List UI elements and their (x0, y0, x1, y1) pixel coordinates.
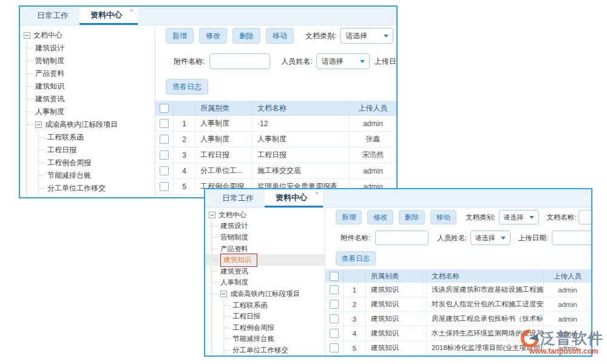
toolbar-row-filters: 附件名称: 人员姓名: 请选择 上传日期: (325, 231, 591, 245)
move-button[interactable]: 移动 (266, 28, 294, 44)
person-name-select[interactable]: 请选择 (470, 231, 510, 245)
tab-daily-work[interactable]: 日常工作 (211, 189, 265, 207)
row-checkbox[interactable] (160, 150, 169, 160)
row-checkbox[interactable] (330, 314, 339, 323)
table-row[interactable]: 3 工程日报 工程日报 宋浩然 (155, 147, 396, 163)
row-checkbox[interactable] (160, 135, 169, 144)
collapse-icon[interactable] (24, 32, 30, 39)
toolbar-row-log: 查看日志 (325, 251, 591, 266)
checkbox-cell (325, 326, 344, 340)
tree-item-label: 人事制度 (35, 107, 64, 117)
tree-item[interactable]: 工程日报 (39, 144, 155, 157)
header-number (344, 269, 366, 283)
tree-item[interactable]: 建筑知识 (27, 80, 155, 93)
attachment-name-input[interactable] (375, 231, 429, 245)
tree-item[interactable]: 分工单位工作移交 (224, 345, 325, 356)
tree-item[interactable]: 节能减排台账 (224, 334, 325, 345)
tree-item[interactable]: 工程例会周报 (224, 322, 325, 334)
checkbox-cell (325, 297, 344, 311)
tree-item[interactable]: 人事制度 (212, 277, 325, 289)
row-checkbox[interactable] (330, 285, 339, 294)
edit-button[interactable]: 修改 (367, 210, 393, 224)
table-row[interactable]: 1 建筑知识 浅谈房屋建筑和市政基础设施工程施... admin (325, 283, 591, 297)
add-button[interactable]: 新增 (166, 28, 194, 44)
tree-item[interactable]: 工程联系函 (39, 131, 155, 144)
delete-button[interactable]: 删除 (232, 28, 260, 44)
tree-item[interactable]: 文档中心 (20, 29, 155, 42)
doc-category-select[interactable]: 请选择 (340, 28, 393, 44)
tree-item[interactable]: 工程日报 (224, 311, 325, 322)
cell-category: 人事制度 (195, 132, 253, 147)
checkbox-cell (325, 269, 344, 283)
checkbox-cell (155, 132, 174, 147)
tree-item[interactable]: 产品资料 (212, 243, 325, 255)
row-checkbox[interactable] (160, 166, 169, 175)
row-checkbox[interactable] (160, 182, 169, 191)
tree-item[interactable]: 营销制度 (27, 55, 155, 67)
cell-uploader: admin (350, 116, 396, 131)
edit-button[interactable]: 修改 (199, 28, 227, 44)
tree-item[interactable]: 产品资料 (27, 67, 155, 80)
cell-category: 建筑知识 (366, 326, 427, 340)
doc-category-select[interactable]: 请选择 (499, 210, 539, 224)
row-number: 4 (344, 326, 366, 340)
tab-daily-work[interactable]: 日常工作 (26, 7, 80, 25)
watermark-url: www.fanpusoft.com (521, 347, 607, 356)
row-checkbox[interactable] (330, 329, 339, 338)
doc-name-input[interactable] (578, 210, 591, 224)
tab-data-center[interactable]: 资料中心 × (80, 7, 138, 25)
tree-item[interactable]: 文档中心 (205, 209, 325, 221)
attachment-name-input[interactable] (209, 53, 270, 69)
tree-item[interactable]: 工程例会周报 (39, 157, 155, 169)
tree-item[interactable]: 人事制度 (27, 106, 155, 118)
checkbox-cell (155, 163, 174, 178)
row-number: 1 (344, 283, 366, 297)
tab-data-center[interactable]: 资料中心 × (265, 189, 323, 207)
add-button[interactable]: 新增 (336, 210, 362, 224)
move-button[interactable]: 移动 (430, 210, 456, 224)
tree-item[interactable]: 建筑知识 (205, 254, 325, 266)
tree-item[interactable]: 成渝高铁内江标段项目 (212, 288, 325, 300)
tree-item[interactable]: 建筑资讯 (212, 266, 325, 277)
close-icon[interactable]: × (315, 190, 319, 197)
cell-doc-name: 工程日报 (253, 147, 350, 163)
checkbox-cell (155, 147, 174, 163)
select-all-checkbox[interactable] (160, 104, 169, 113)
upload-date-input[interactable] (552, 231, 591, 245)
row-checkbox[interactable] (330, 300, 339, 309)
close-icon[interactable]: × (130, 7, 134, 14)
cell-category: 建筑知识 (366, 283, 427, 297)
select-all-checkbox[interactable] (330, 272, 339, 281)
collapse-icon[interactable] (220, 291, 227, 297)
table-row[interactable]: 2 建筑知识 对发包人指定分包的工程施工进度安... admin (325, 297, 591, 312)
window-data-center-back: 日常工作 资料中心 × 文档中心 建筑设计 营销制度 产品资料 建筑知识 建筑资… (19, 5, 398, 198)
toolbar-row-filters: 附件名称: 人员姓名: 请选择 上传日期: (155, 53, 396, 69)
tree-item[interactable]: 建筑设计 (212, 221, 325, 232)
row-checkbox[interactable] (160, 119, 169, 128)
tree-item[interactable]: 工程联系函 (224, 300, 325, 311)
tree-item-label: 人事制度 (220, 278, 248, 287)
delete-button[interactable]: 删除 (399, 210, 425, 224)
table-row[interactable]: 4 分工单位工... 施工移交交底 admin (155, 163, 396, 179)
tree-item[interactable]: 建筑设计 (27, 42, 155, 55)
table-row[interactable]: 2 人事制度 人事制度 张鑫 (155, 132, 396, 147)
tree-item[interactable]: 建筑资讯 (27, 93, 155, 106)
tree-item[interactable]: 分工单位工作移交 (39, 182, 155, 195)
view-log-button[interactable]: 查看日志 (166, 79, 208, 95)
cell-uploader: 宋浩然 (350, 147, 396, 163)
view-log-button[interactable]: 查看日志 (336, 251, 376, 266)
checkbox-cell (325, 312, 344, 326)
row-checkbox[interactable] (330, 343, 339, 352)
cell-uploader: admin (350, 163, 396, 178)
person-name-select[interactable]: 请选择 (316, 53, 370, 69)
tree-item[interactable]: 成渝高铁内江标段项目 (27, 118, 155, 131)
tree-item-label: 产品资料 (220, 244, 248, 254)
table-row[interactable]: 3 建筑知识 房屋建筑工程总承包投标书（技术标... admin (325, 312, 591, 326)
tree-item-label: 成渝高铁内江标段项目 (230, 289, 300, 298)
collapse-icon[interactable] (35, 121, 42, 128)
tree-item[interactable]: 节能减排台账 (39, 169, 155, 182)
table-row[interactable]: 1 人事制度 ·12 admin (155, 116, 396, 132)
collapse-icon[interactable] (209, 212, 215, 218)
cell-doc-name: 对发包人指定分包的工程施工进度安... (427, 297, 544, 311)
tree-item[interactable]: 营销制度 (212, 232, 325, 243)
